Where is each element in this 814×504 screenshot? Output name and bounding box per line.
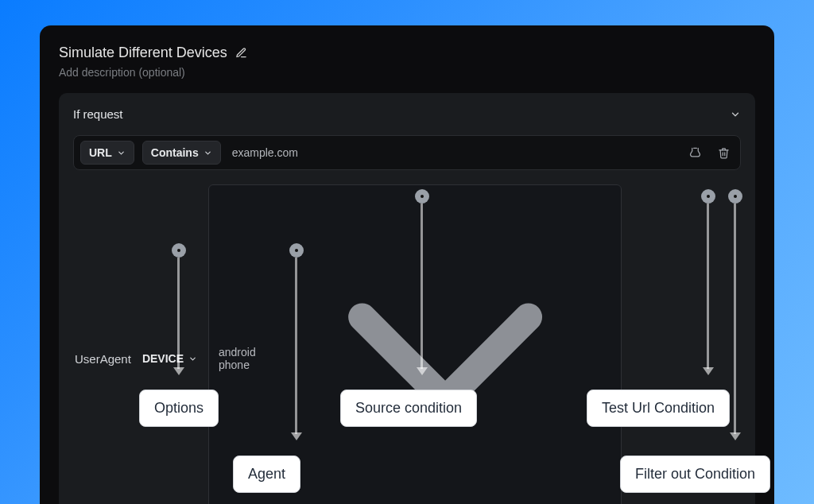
- panel-title: Simulate Different Devices: [59, 45, 227, 61]
- url-condition-row: URL Contains: [73, 135, 741, 170]
- panel-header: Simulate Different Devices Add descripti…: [59, 45, 755, 79]
- device-select[interactable]: android phone: [208, 184, 622, 504]
- operator-select[interactable]: Contains: [142, 141, 221, 165]
- rule-panel: Simulate Different Devices Add descripti…: [40, 25, 774, 504]
- chevron-down-icon: [279, 192, 611, 504]
- remove-condition-button[interactable]: [713, 142, 734, 163]
- device-value: android phone: [219, 346, 279, 371]
- source-select[interactable]: URL: [80, 141, 134, 165]
- pencil-icon[interactable]: [235, 47, 247, 59]
- operator-label: Contains: [151, 146, 199, 159]
- chevron-down-icon: [188, 355, 197, 363]
- url-value-input[interactable]: [229, 142, 676, 164]
- test-condition-button[interactable]: [684, 142, 705, 163]
- title-row: Simulate Different Devices: [59, 45, 755, 61]
- user-agent-mode-select[interactable]: DEVICE: [142, 352, 197, 365]
- if-label: If request: [73, 107, 123, 121]
- chevron-down-icon: [204, 149, 212, 157]
- chevron-down-icon[interactable]: [730, 109, 741, 120]
- panel-subtitle[interactable]: Add description (optional): [59, 66, 755, 79]
- source-label: URL: [89, 146, 112, 159]
- user-agent-row: UserAgent DEVICE android phone: [73, 181, 741, 504]
- if-header[interactable]: If request: [73, 107, 741, 121]
- if-request-block: If request URL Contains: [59, 93, 755, 504]
- user-agent-mode-label: DEVICE: [142, 352, 184, 365]
- user-agent-label: UserAgent: [75, 352, 131, 366]
- chevron-down-icon: [117, 149, 126, 157]
